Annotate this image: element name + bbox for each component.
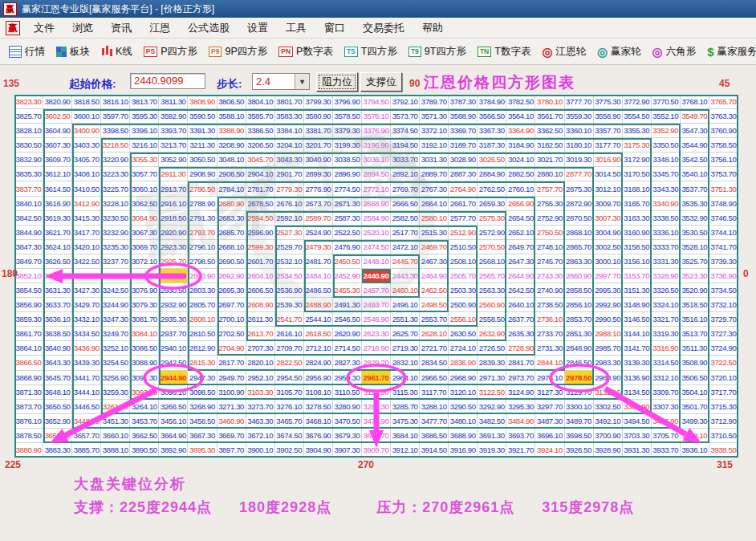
grid-cell[interactable]: 3933.70	[652, 443, 681, 458]
grid-cell[interactable]: 3789.70	[420, 95, 449, 109]
grid-cell[interactable]: 3218.50	[101, 138, 130, 153]
grid-cell[interactable]: 3280.90	[333, 400, 362, 414]
menu-item-7[interactable]: 窗口	[315, 22, 354, 34]
grid-cell[interactable]: 3410.50	[72, 181, 101, 196]
grid-cell[interactable]: 3021.70	[535, 153, 564, 167]
grid-cell[interactable]: 3372.10	[420, 124, 449, 138]
grid-cell[interactable]: 3350.50	[652, 138, 681, 153]
grid-cell[interactable]: 3012.10	[594, 181, 623, 196]
grid-cell[interactable]: 2949.70	[217, 371, 246, 385]
grid-cell[interactable]: 3924.10	[535, 443, 564, 458]
grid-cell[interactable]: 3228.10	[101, 197, 130, 211]
grid-cell[interactable]: 3384.10	[275, 124, 304, 138]
grid-cell[interactable]: 2558.50	[478, 312, 506, 327]
grid-cell[interactable]: 2904.10	[246, 167, 275, 181]
grid-cell[interactable]: 3525.70	[681, 254, 709, 269]
grid-cell[interactable]: 3273.70	[246, 400, 275, 414]
grid-cell[interactable]: 3816.10	[101, 95, 130, 109]
grid-cell[interactable]: 3912.10	[391, 443, 420, 458]
grid-cell[interactable]: 3072.10	[130, 254, 159, 269]
grid-cell[interactable]: 2745.70	[535, 254, 564, 269]
grid-cell[interactable]: 2755.30	[535, 197, 564, 211]
grid-cell[interactable]: 3158.50	[623, 240, 652, 254]
grid-cell[interactable]: 2452.90	[333, 269, 362, 283]
grid-cell[interactable]: 3825.70	[14, 109, 43, 124]
grid-cell[interactable]: 2942.50	[159, 356, 188, 370]
grid-cell[interactable]: 3657.70	[72, 429, 101, 443]
grid-cell[interactable]: 2956.90	[304, 371, 333, 385]
grid-cell[interactable]: 2683.30	[217, 211, 246, 226]
grid-cell[interactable]: 2889.70	[420, 167, 449, 181]
grid-cell[interactable]: 3727.30	[709, 327, 738, 341]
grid-cell[interactable]: 2738.50	[535, 298, 564, 312]
grid-cell[interactable]: 2548.90	[362, 312, 391, 327]
grid-cell[interactable]: 3396.10	[130, 124, 159, 138]
grid-cell[interactable]: 2791.30	[188, 211, 217, 226]
grid-cell[interactable]: 3568.90	[449, 109, 478, 124]
grid-cell[interactable]: 2779.30	[275, 181, 304, 196]
grid-cell[interactable]: 3446.50	[72, 400, 101, 414]
menu-item-9[interactable]: 帮助	[413, 22, 452, 34]
grid-cell[interactable]: 2834.50	[420, 356, 449, 370]
grid-cell[interactable]: 3621.70	[43, 226, 72, 240]
grid-cell[interactable]: 2568.10	[478, 254, 506, 269]
grid-cell[interactable]: 3074.50	[130, 269, 159, 283]
grid-cell[interactable]: 3424.90	[72, 269, 101, 283]
grid-cell[interactable]: 2534.50	[275, 269, 304, 283]
menu-item-8[interactable]: 交易委托	[354, 22, 413, 34]
grid-cell[interactable]: 2685.70	[217, 226, 246, 240]
grid-cell[interactable]: 3744.10	[709, 226, 738, 240]
grid-cell[interactable]: 3180.10	[565, 138, 594, 153]
grid-cell[interactable]: 3537.70	[681, 181, 709, 196]
grid-cell[interactable]: 3175.30	[623, 138, 652, 153]
grid-cell[interactable]: 3110.50	[333, 385, 362, 400]
grid-cell[interactable]: 2575.30	[478, 211, 506, 226]
grid-cell[interactable]: 3105.70	[275, 385, 304, 400]
grid-cell[interactable]: 2870.50	[565, 211, 594, 226]
grid-cell[interactable]: 3777.70	[565, 95, 594, 109]
grid-cell[interactable]: 2596.90	[246, 226, 275, 240]
grid-cell[interactable]: 2877.70	[565, 167, 594, 181]
grid-cell[interactable]: 3626.50	[43, 254, 72, 269]
grid-cell[interactable]: 3609.70	[43, 153, 72, 167]
grid-cell[interactable]: 2467.30	[420, 254, 449, 269]
grid-cell[interactable]: 2464.90	[420, 269, 449, 283]
grid-cell[interactable]: 3393.70	[159, 124, 188, 138]
grid-cell[interactable]: 3520.90	[681, 283, 709, 298]
grid-cell[interactable]: 3355.30	[623, 124, 652, 138]
grid-cell[interactable]: 3820.90	[43, 95, 72, 109]
grid-cell[interactable]: 3468.10	[304, 414, 333, 429]
grid-cell[interactable]: 2762.50	[478, 181, 506, 196]
toolbar-item-六角形[interactable]: ◎六角形	[647, 45, 702, 59]
grid-cell[interactable]: 2508.10	[449, 254, 478, 269]
grid-cell[interactable]: 3292.90	[478, 400, 506, 414]
grid-cell[interactable]: 2628.10	[420, 327, 449, 341]
grid-cell[interactable]: 3307.30	[652, 400, 681, 414]
grid-cell[interactable]: 3672.10	[246, 429, 275, 443]
grid-cell[interactable]: 3194.50	[391, 138, 420, 153]
grid-cell[interactable]: 3256.90	[101, 371, 130, 385]
grid-cell[interactable]: 2599.30	[246, 240, 275, 254]
grid-cell[interactable]: 2748.10	[535, 240, 564, 254]
grid-cell[interactable]: 3830.50	[14, 138, 43, 153]
grid-cell[interactable]: 3391.30	[188, 124, 217, 138]
grid-cell[interactable]: 3338.50	[652, 211, 681, 226]
grid-cell[interactable]: 3187.30	[478, 138, 506, 153]
grid-cell[interactable]: 3652.90	[43, 414, 72, 429]
grid-cell[interactable]: 3729.70	[709, 312, 738, 327]
grid-cell[interactable]: 2635.30	[506, 327, 535, 341]
grid-cell[interactable]: 3364.90	[506, 124, 535, 138]
grid-cell[interactable]: 3463.30	[246, 414, 275, 429]
grid-cell[interactable]: 3254.50	[101, 356, 130, 370]
grid-cell[interactable]: 2865.70	[565, 240, 594, 254]
grid-cell[interactable]: 3837.70	[14, 181, 43, 196]
grid-cell[interactable]: 2690.50	[217, 254, 246, 269]
grid-cell[interactable]: 3698.50	[565, 429, 594, 443]
grid-cell[interactable]: 3871.30	[14, 385, 43, 400]
grid-cell[interactable]: 3662.50	[130, 429, 159, 443]
grid-cell[interactable]: 3532.90	[681, 211, 709, 226]
grid-cell[interactable]: 2983.30	[594, 356, 623, 370]
grid-cell[interactable]: 3331.30	[652, 254, 681, 269]
grid-cell[interactable]: 2714.50	[333, 341, 362, 356]
grid-cell[interactable]: 3057.70	[130, 167, 159, 181]
